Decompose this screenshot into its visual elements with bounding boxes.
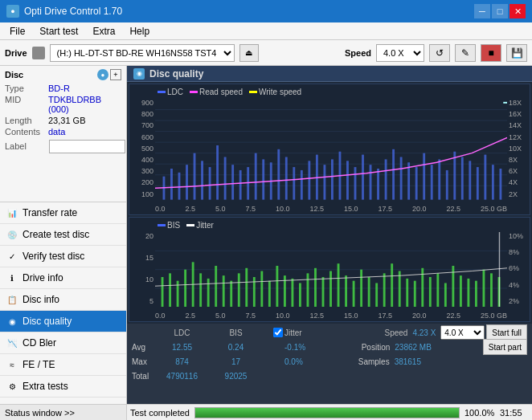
legend-jitter-dot <box>186 224 194 226</box>
close-button[interactable]: ✕ <box>509 4 526 18</box>
nav-cd-bler[interactable]: 📉 CD Bler <box>0 332 126 354</box>
svg-rect-35 <box>370 165 372 200</box>
drive-select[interactable]: (H:) HL-DT-ST BD-RE WH16NS58 TST4 <box>50 44 235 62</box>
svg-rect-15 <box>216 145 219 200</box>
nav-create-test-disc[interactable]: 💿 Create test disc <box>0 224 126 246</box>
save-button[interactable]: 💾 <box>506 44 527 62</box>
svg-rect-70 <box>260 271 263 307</box>
svg-rect-78 <box>322 277 325 307</box>
svg-rect-29 <box>323 165 325 200</box>
transfer-rate-icon: 📊 <box>6 207 18 218</box>
svg-rect-19 <box>247 167 249 200</box>
svg-rect-82 <box>353 280 355 307</box>
minimize-button[interactable]: ─ <box>474 4 490 18</box>
svg-rect-99 <box>483 269 485 307</box>
disc-expand-button[interactable]: + <box>110 69 121 80</box>
legend-ldc-label: LDC <box>167 88 183 96</box>
bis-max: 17 <box>210 357 262 366</box>
stats-area: LDC BIS Jitter Speed 4.23 X 4.0 X Start … <box>127 324 532 404</box>
ldc-avg: 12.55 <box>156 343 208 352</box>
eject-button[interactable]: ⏏ <box>239 44 259 62</box>
legend-bis: BIS <box>158 221 180 230</box>
svg-rect-9 <box>170 169 173 200</box>
nav-disc-info[interactable]: 📋 Disc info <box>0 289 126 311</box>
svg-rect-71 <box>268 280 271 307</box>
chart-top-legend: LDC Read speed Write speed <box>158 88 301 96</box>
svg-rect-44 <box>438 159 440 199</box>
bis-header: BIS <box>210 328 262 337</box>
speed-header: Speed <box>384 328 407 337</box>
sidebar-nav: 📊 Transfer rate 💿 Create test disc ✓ Ver… <box>0 202 126 404</box>
status-window-label: Status window >> <box>5 408 75 418</box>
status-window-button[interactable]: Status window >> <box>0 404 126 420</box>
nav-disc-quality[interactable]: ◉ Disc quality <box>0 311 126 332</box>
refresh-button[interactable]: ↺ <box>429 44 450 62</box>
edit-button[interactable]: ✎ <box>455 44 476 62</box>
label-input[interactable] <box>49 140 125 153</box>
drive-label: Drive <box>5 48 27 58</box>
svg-rect-45 <box>446 170 448 200</box>
svg-rect-48 <box>469 161 471 199</box>
svg-rect-93 <box>436 273 439 307</box>
samples-value: 381615 <box>395 357 421 366</box>
extra-tests-icon: ⚙ <box>6 381 18 392</box>
svg-rect-32 <box>346 161 349 199</box>
chart-bottom-x-axis: 0.0 2.5 5.0 7.5 10.0 12.5 15.0 17.5 20.0… <box>155 312 507 320</box>
progress-fill <box>195 408 459 418</box>
svg-rect-85 <box>375 283 378 307</box>
svg-rect-75 <box>299 283 301 307</box>
svg-rect-86 <box>383 273 386 307</box>
legend-ldc: LDC <box>158 88 183 96</box>
jitter-avg: -0.1% <box>284 343 305 352</box>
svg-rect-41 <box>415 167 418 200</box>
svg-rect-39 <box>400 157 403 200</box>
svg-rect-27 <box>308 161 310 199</box>
chart-top-y-left: 900 800 700 600 500 400 300 200 100 <box>129 99 155 198</box>
chart-bottom-y-right: 10% 8% 6% 4% 2% <box>507 232 530 305</box>
start-part-button[interactable]: Start part <box>483 339 527 355</box>
menu-help[interactable]: Help <box>123 24 156 39</box>
mid-value: TDKBLDRBB (000) <box>48 95 121 114</box>
nav-verify-test-disc[interactable]: ✓ Verify test disc <box>0 246 126 267</box>
svg-rect-26 <box>301 170 303 200</box>
position-label: Position <box>362 343 391 352</box>
progress-bar-area: Test completed 100.0% 31:55 <box>127 404 532 420</box>
svg-rect-12 <box>194 153 196 200</box>
jitter-checkbox[interactable] <box>273 328 283 337</box>
sidebar: Disc ● + Type BD-R MID TDKBLDRBB (000) L… <box>0 66 127 420</box>
svg-rect-38 <box>392 149 395 200</box>
maximize-button[interactable]: □ <box>492 4 508 18</box>
disc-icon: ● <box>97 69 108 80</box>
bis-total: 92025 <box>210 372 262 381</box>
create-disc-icon: 💿 <box>6 229 18 240</box>
nav-transfer-rate[interactable]: 📊 Transfer rate <box>0 202 126 224</box>
svg-rect-52 <box>499 169 501 200</box>
disc-panel: Disc ● + Type BD-R MID TDKBLDRBB (000) L… <box>0 66 126 202</box>
legend-write-dot <box>249 91 257 93</box>
menu-file[interactable]: File <box>3 24 31 39</box>
drive-icon <box>32 47 45 59</box>
svg-rect-100 <box>490 273 493 307</box>
color-button[interactable]: ■ <box>481 44 501 62</box>
content-header: ◉ Disc quality <box>127 66 532 82</box>
speed-select[interactable]: 4.0 X 8.0 X 16.0 X <box>376 44 424 62</box>
progress-time: 31:55 <box>500 408 529 418</box>
speed-quality-select[interactable]: 4.0 X <box>440 325 485 340</box>
nav-extra-tests[interactable]: ⚙ Extra tests <box>0 376 126 398</box>
content-area: ◉ Disc quality LDC Read speed <box>127 66 532 420</box>
svg-rect-97 <box>467 279 469 307</box>
position-value: 23862 MB <box>395 343 432 352</box>
start-full-button[interactable]: Start full <box>486 324 527 340</box>
cd-bler-icon: 📉 <box>6 337 18 349</box>
jitter-header: Jitter <box>284 328 302 337</box>
samples-label: Samples <box>358 357 390 366</box>
menu-extra[interactable]: Extra <box>86 24 121 39</box>
nav-drive-info[interactable]: ℹ Drive info <box>0 267 126 289</box>
svg-rect-87 <box>391 263 393 307</box>
nav-fe-te[interactable]: ≈ FE / TE <box>0 354 126 376</box>
svg-rect-92 <box>429 277 432 307</box>
chart-bottom-svg <box>155 232 507 307</box>
ldc-header: LDC <box>156 328 208 337</box>
menu-starttest[interactable]: Start test <box>33 24 84 39</box>
app-title: Opti Drive Control 1.70 <box>24 6 122 17</box>
